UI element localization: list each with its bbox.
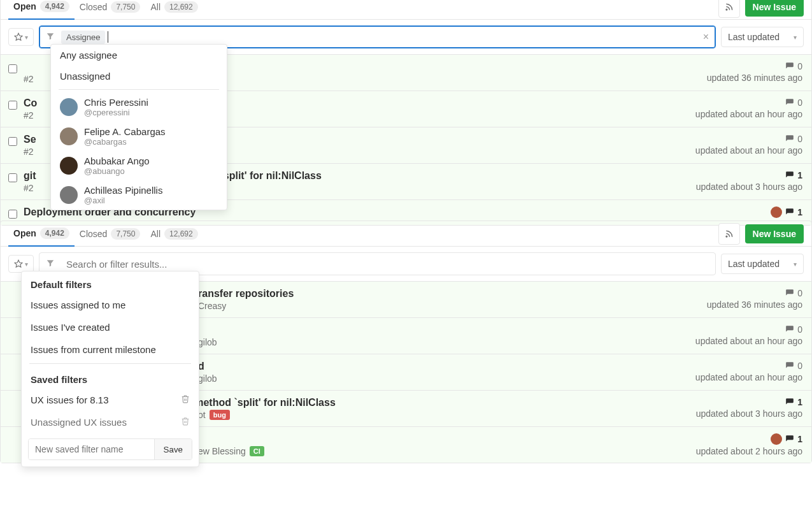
updated-at: updated 36 minutes ago — [707, 73, 802, 83]
avatar — [60, 186, 78, 204]
issue-meta: gilob — [198, 337, 217, 347]
updated-at: updated about an hour ago — [695, 372, 802, 382]
issue-meta: otbug — [185, 410, 336, 420]
issue-checkbox[interactable] — [8, 137, 17, 146]
comments-icon — [785, 208, 794, 217]
rss-icon — [725, 3, 734, 11]
tab-open[interactable]: Open 4,942 — [8, 221, 75, 247]
user-handle: @cperessini — [84, 108, 148, 117]
tab-open-count: 4,942 — [40, 228, 69, 239]
tab-closed[interactable]: Closed 7,750 — [75, 222, 146, 246]
comment-count: 0 — [785, 361, 802, 371]
issue-checkbox[interactable] — [8, 101, 17, 110]
updated-at: updated about an hour ago — [695, 336, 802, 346]
text-cursor — [108, 31, 108, 43]
svg-point-2 — [726, 236, 727, 237]
saved-filters-header: Saved filters — [22, 366, 199, 389]
rss-button[interactable] — [718, 223, 740, 245]
trash-icon[interactable] — [181, 417, 190, 428]
new-issue-button[interactable]: New Issue — [745, 224, 804, 243]
comment-count: 1 — [771, 433, 802, 445]
saved-filter-label: Unassigned UX issues — [31, 417, 127, 428]
rss-button[interactable] — [718, 0, 740, 18]
issue-checkbox[interactable] — [8, 173, 17, 182]
assignee-avatar — [771, 433, 782, 445]
saved-filters-menu[interactable]: ▾ — [8, 28, 34, 46]
tab-closed-count: 7,750 — [111, 1, 140, 13]
comment-count: 1 — [785, 170, 802, 180]
search-input[interactable] — [61, 259, 715, 270]
svg-marker-1 — [15, 33, 22, 40]
tab-open[interactable]: Open 4,942 — [8, 0, 75, 20]
issue-meta: ew BlessingCI — [198, 446, 264, 456]
issue-meta: #2 — [24, 110, 37, 120]
assignee-unassigned[interactable]: Unassigned — [51, 66, 227, 87]
saved-filters-menu[interactable]: ▾ — [8, 255, 34, 273]
saved-filter-item[interactable]: UX issues for 8.13 — [22, 389, 199, 411]
saved-filter-item[interactable]: Unassigned UX issues — [22, 411, 199, 433]
issue-title: Se — [24, 134, 36, 145]
issue-checkbox[interactable] — [8, 64, 17, 73]
tab-closed-count: 7,750 — [111, 228, 140, 240]
user-name: Felipe A. Cabargas — [84, 126, 166, 137]
svg-point-0 — [726, 9, 727, 10]
user-handle: @axil — [84, 196, 162, 205]
comments-icon — [785, 289, 794, 298]
assignee-user[interactable]: Abubakar Ango@abuango — [51, 151, 227, 180]
avatar — [60, 127, 78, 145]
sort-dropdown[interactable]: Last updated ▾ — [721, 27, 804, 47]
user-handle: @abuango — [84, 166, 150, 176]
comments-icon — [785, 325, 794, 334]
updated-at: updated about 3 hours ago — [696, 182, 802, 192]
clear-filter-button[interactable]: × — [697, 31, 715, 43]
assignee-avatar — [771, 206, 782, 218]
sort-dropdown[interactable]: Last updated ▾ — [721, 254, 804, 274]
issue-meta: gilob — [198, 373, 217, 384]
updated-at: updated 36 minutes ago — [707, 300, 802, 310]
filter-assigned-to-me[interactable]: Issues assigned to me — [22, 294, 199, 316]
issue-title — [198, 324, 217, 336]
assignee-dropdown: Any assignee Unassigned Chris Peressini@… — [50, 44, 227, 210]
filter-current-milestone[interactable]: Issues from current milestone — [22, 338, 199, 361]
tab-all[interactable]: All 12,692 — [145, 222, 203, 246]
assignee-any[interactable]: Any assignee — [51, 45, 227, 66]
issue-meta: Creasy — [198, 301, 294, 311]
user-name: Achilleas Pipinellis — [84, 185, 162, 196]
issue-meta: #2 — [24, 147, 36, 157]
new-filter-name-input[interactable] — [29, 439, 154, 459]
issue-title: ransfer repositories — [198, 288, 294, 300]
star-icon — [14, 33, 23, 41]
label-ci: CI — [250, 446, 264, 456]
issue-title — [198, 433, 264, 445]
label-bug: bug — [210, 410, 230, 420]
tab-open-label: Open — [13, 1, 36, 11]
assignee-user[interactable]: Felipe A. Cabargas@cabargas — [51, 122, 227, 151]
trash-icon[interactable] — [181, 394, 190, 405]
assignee-user[interactable]: Achilleas Pipinellis@axil — [51, 180, 227, 210]
issue-title: d method `split' for nil:NilClass — [185, 397, 336, 408]
issue-title: Co — [24, 98, 37, 109]
divider — [59, 89, 219, 90]
save-filter-button[interactable]: Save — [154, 439, 192, 459]
updated-at: updated about 2 hours ago — [696, 446, 802, 456]
saved-filter-label: UX issues for 8.13 — [31, 394, 109, 405]
tab-all-count: 12,692 — [164, 1, 198, 13]
issue-checkbox[interactable] — [8, 210, 17, 219]
assignee-user[interactable]: Chris Peressini@cperessini — [51, 92, 227, 122]
tab-closed-label: Closed — [80, 229, 108, 239]
sort-label: Last updated — [728, 32, 780, 42]
chevron-down-icon: ▾ — [25, 34, 28, 41]
avatar — [60, 98, 78, 116]
new-issue-button[interactable]: New Issue — [745, 0, 804, 17]
filter-chip-assignee[interactable]: Assignee — [61, 31, 105, 44]
svg-marker-3 — [15, 260, 22, 267]
filter-created-by-me[interactable]: Issues I've created — [22, 316, 199, 338]
tab-all-label: All — [150, 2, 160, 12]
tab-all[interactable]: All 12,692 — [145, 0, 203, 19]
updated-at: updated about 3 hours ago — [696, 408, 802, 419]
comments-icon — [785, 62, 794, 71]
sort-label: Last updated — [728, 259, 780, 269]
tab-open-count: 4,942 — [40, 1, 69, 12]
tab-closed[interactable]: Closed 7,750 — [75, 0, 146, 19]
comments-icon — [785, 361, 794, 370]
